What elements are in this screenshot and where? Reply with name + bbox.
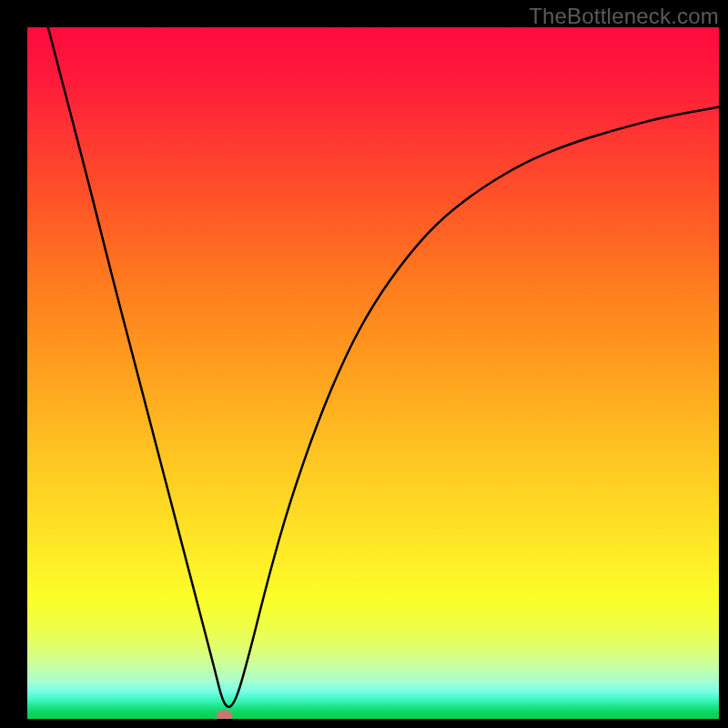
minimum-marker [217, 710, 233, 719]
attribution-text: TheBottleneck.com [529, 4, 719, 29]
v-curve-path [48, 27, 719, 707]
chart-plot-area [27, 27, 719, 719]
chart-svg [27, 27, 719, 719]
